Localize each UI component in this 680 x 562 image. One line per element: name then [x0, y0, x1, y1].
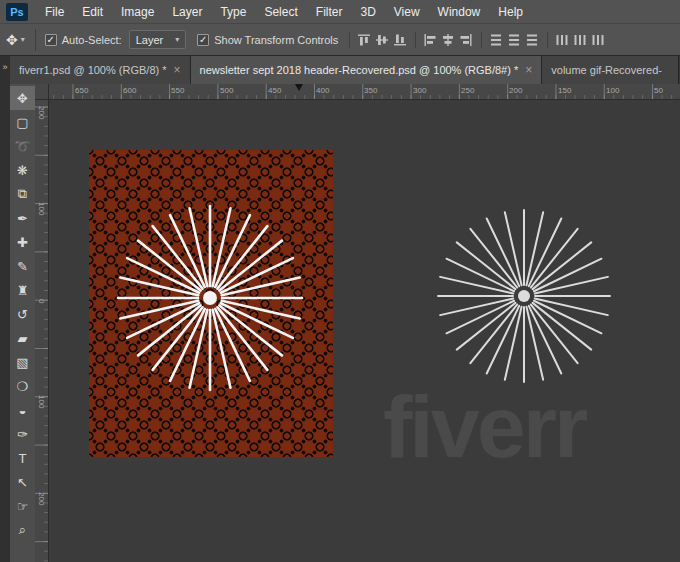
tool-icon: ❋ [17, 163, 28, 178]
align-left-edges[interactable] [415, 32, 438, 48]
eraser-tool[interactable]: ▰ [10, 326, 35, 350]
show-transform-controls-label: Show Transform Controls [214, 34, 338, 46]
clone-stamp-tool[interactable]: ♜ [10, 278, 35, 302]
vertical-ruler[interactable]: 2001000100200300 [35, 100, 49, 562]
ruler-label: 200 [509, 86, 522, 95]
tool-icon: ☞ [17, 499, 29, 514]
align-bottom-edges[interactable] [392, 32, 408, 48]
align-vertical-centers[interactable] [374, 32, 390, 48]
checkbox-checked-icon[interactable]: ✓ [45, 34, 57, 46]
double-chevron-icon[interactable]: » [2, 62, 7, 72]
options-bar: ✥ ▾ ✓ Auto-Select: Layer ▾ ✓ Show Transf… [0, 24, 680, 56]
align-top-edges[interactable] [349, 32, 372, 48]
tool-preset-picker[interactable]: ✥ ▾ [0, 32, 31, 48]
tool-icon: ▢ [16, 115, 28, 130]
document-tab-bar: fiverr1.psd @ 100% (RGB/8) * × newslette… [10, 56, 680, 84]
tool-icon: ▧ [16, 355, 28, 370]
tab-close-icon[interactable]: × [174, 63, 181, 77]
align-right-edges[interactable] [458, 32, 474, 48]
dodge-tool[interactable]: ◒ [10, 398, 35, 422]
distribute-horizontal-centers[interactable] [572, 32, 588, 48]
ruler-label: 0 [37, 299, 46, 303]
ruler-label: 500 [220, 86, 233, 95]
tool-icon: ❍ [17, 379, 29, 394]
tool-icon: T [19, 451, 27, 466]
tool-icon: ✒ [17, 211, 28, 226]
menu-view[interactable]: View [385, 0, 429, 23]
menu-items: FileEditImageLayerTypeSelectFilter3DView… [36, 0, 532, 23]
type-tool[interactable]: T [10, 446, 35, 470]
checkbox-checked-icon[interactable]: ✓ [197, 34, 209, 46]
zoom-tool[interactable]: ⌕ [10, 518, 35, 542]
tool-icon: ↺ [17, 307, 28, 322]
distribute-right-edges[interactable] [590, 32, 606, 48]
tool-icon: ✎ [17, 259, 28, 274]
eyedropper-tool[interactable]: ✒ [10, 206, 35, 230]
chevron-down-icon: ▾ [21, 35, 25, 44]
align-horizontal-centers[interactable] [440, 32, 456, 48]
blur-tool[interactable]: ❍ [10, 374, 35, 398]
ruler-label: 300 [413, 86, 426, 95]
rectangular-marquee-tool[interactable]: ▢ [10, 110, 35, 134]
move-tool-icon: ✥ [6, 32, 18, 48]
menu-layer[interactable]: Layer [163, 0, 211, 23]
show-transform-controls-checkbox[interactable]: ✓ Show Transform Controls [197, 34, 338, 46]
document-tab[interactable]: volume gif-Recovered- [542, 56, 679, 84]
ruler-label: 650 [75, 86, 88, 95]
menu-edit[interactable]: Edit [73, 0, 112, 23]
menu-type[interactable]: Type [211, 0, 255, 23]
tool-icon: ◒ [19, 403, 27, 418]
pattern-artwork [89, 150, 333, 457]
ruler-label: 200 [37, 106, 46, 119]
alignment-buttons [343, 24, 607, 55]
distribute-left-edges[interactable] [547, 32, 570, 48]
menu-window[interactable]: Window [429, 0, 490, 23]
horizontal-ruler[interactable]: 65060055050045040035030025020015010050 [49, 84, 680, 100]
tab-close-icon[interactable]: × [525, 63, 532, 77]
auto-select-label: Auto-Select: [62, 34, 122, 46]
menu-filter[interactable]: Filter [307, 0, 352, 23]
tool-icon: ▰ [18, 331, 28, 346]
document-tabs: fiverr1.psd @ 100% (RGB/8) * × newslette… [10, 56, 679, 84]
menu-select[interactable]: Select [255, 0, 306, 23]
tool-icon: ⧉ [18, 186, 27, 202]
panel-collapse-strip: » [0, 56, 10, 562]
crop-tool[interactable]: ⧉ [10, 182, 35, 206]
dropdown-value: Layer [136, 34, 164, 46]
chevron-down-icon: ▾ [175, 35, 179, 44]
ruler-corner [35, 84, 49, 100]
hand-tool[interactable]: ☞ [10, 494, 35, 518]
document-tab[interactable]: fiverr1.psd @ 100% (RGB/8) * × [10, 56, 191, 84]
ruler-label: 450 [268, 86, 281, 95]
distribute-vertical-centers[interactable] [506, 32, 522, 48]
tool-icon: ↖ [17, 475, 28, 490]
menu-file[interactable]: File [36, 0, 73, 23]
ruler-label: 250 [461, 86, 474, 95]
document-tab[interactable]: newsletter sept 2018 header-Recovered.ps… [191, 56, 543, 84]
spot-healing-brush-tool[interactable]: ✚ [10, 230, 35, 254]
brush-tool[interactable]: ✎ [10, 254, 35, 278]
move-tool[interactable]: ✥ [10, 86, 35, 110]
history-brush-tool[interactable]: ↺ [10, 302, 35, 326]
ruler-label: 50 [654, 86, 663, 95]
tool-icon: ✑ [17, 427, 28, 442]
pen-tool[interactable]: ✑ [10, 422, 35, 446]
tools-panel: ✥ ▢ ➰ ❋ ⧉ ✒ ✚ ✎ ♜ ↺ [10, 84, 35, 562]
gradient-tool[interactable]: ▧ [10, 350, 35, 374]
menu-image[interactable]: Image [112, 0, 163, 23]
ruler-label: 350 [364, 86, 377, 95]
menu-help[interactable]: Help [489, 0, 532, 23]
path-selection-tool[interactable]: ↖ [10, 470, 35, 494]
distribute-top-edges[interactable] [481, 32, 504, 48]
tool-icon: ⌕ [19, 522, 26, 538]
ruler-label: 150 [558, 86, 571, 95]
lasso-tool[interactable]: ➰ [10, 134, 35, 158]
target-layer-select[interactable]: Layer ▾ [129, 30, 187, 49]
menu-bar: Ps FileEditImageLayerTypeSelectFilter3DV… [0, 0, 680, 24]
tool-icon: ♜ [17, 283, 29, 298]
auto-select-checkbox[interactable]: ✓ Auto-Select: [45, 34, 122, 46]
distribute-bottom-edges[interactable] [524, 32, 540, 48]
canvas-area[interactable]: fiverr [49, 100, 680, 562]
quick-selection-tool[interactable]: ❋ [10, 158, 35, 182]
menu-3d[interactable]: 3D [351, 0, 384, 23]
